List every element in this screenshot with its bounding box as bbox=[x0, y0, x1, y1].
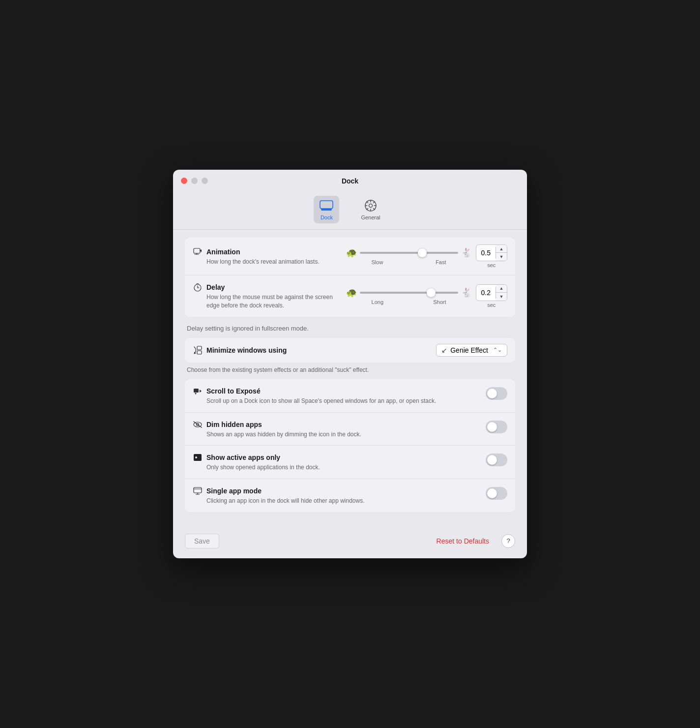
dim-hidden-desc: Shows an app was hidden by dimming the i… bbox=[206, 431, 361, 438]
delay-stepper-group: 0.2 ▲ ▼ sec bbox=[476, 284, 507, 308]
single-app-desc: Clicking an app icon in the dock will hi… bbox=[206, 497, 365, 504]
delay-stepper-box: 0.2 ▲ ▼ bbox=[476, 284, 507, 301]
active-only-icon bbox=[193, 453, 203, 462]
animation-stepper-box: 0.5 ▲ ▼ bbox=[476, 244, 507, 261]
animation-slider-container: 🐢 🐇 Slow Fast bbox=[346, 247, 472, 265]
genie-icon: ↙ bbox=[441, 346, 447, 354]
effect-select[interactable]: ↙ Genie Effect ⌃⌄ bbox=[436, 344, 507, 357]
maximize-button[interactable] bbox=[202, 178, 208, 184]
svg-rect-25 bbox=[194, 454, 202, 461]
tab-general[interactable]: General bbox=[355, 196, 386, 223]
toggle-section: Scroll to Exposé Scroll up on a Dock ico… bbox=[185, 379, 515, 512]
dim-hidden-icon bbox=[193, 420, 203, 429]
animation-row: Animation How long the dock's reveal ani… bbox=[185, 238, 515, 275]
animation-unit: sec bbox=[487, 262, 496, 268]
svg-line-9 bbox=[373, 209, 375, 210]
animation-fast-icon: 🐇 bbox=[461, 247, 472, 258]
delay-increment[interactable]: ▲ bbox=[496, 285, 507, 293]
dim-hidden-title-row: Dim hidden apps bbox=[193, 420, 486, 429]
svg-line-8 bbox=[367, 202, 368, 203]
delay-short-label: Short bbox=[433, 299, 446, 305]
save-button[interactable]: Save bbox=[185, 534, 219, 548]
dock-tab-label: Dock bbox=[321, 214, 333, 220]
dock-tab-icon bbox=[320, 199, 333, 212]
scroll-expose-desc: Scroll up on a Dock icon to show all Spa… bbox=[206, 397, 436, 404]
scroll-expose-icon bbox=[193, 386, 203, 396]
effect-chevron: ⌃⌄ bbox=[493, 347, 502, 353]
animation-slider-labels: Slow Fast bbox=[360, 259, 458, 265]
animation-slider[interactable] bbox=[360, 252, 458, 254]
minimize-left: Minimize windows using bbox=[193, 345, 287, 355]
toggle-row-active-only: Show active apps only Only show opened a… bbox=[185, 446, 515, 479]
active-only-title: Show active apps only bbox=[206, 454, 280, 461]
animation-stepper-buttons: ▲ ▼ bbox=[496, 245, 507, 261]
svg-rect-0 bbox=[320, 201, 333, 209]
animation-right: 🐢 🐇 Slow Fast 0.5 ▲ bbox=[346, 244, 507, 268]
delay-stepper-buttons: ▲ ▼ bbox=[496, 285, 507, 301]
animation-desc: How long the dock's reveal animation las… bbox=[206, 258, 346, 266]
delay-row: Delay How long the mouse must be against… bbox=[185, 275, 515, 317]
toggle-dim-hidden[interactable] bbox=[486, 421, 507, 433]
delay-decrement[interactable]: ▼ bbox=[496, 293, 507, 301]
active-only-desc: Only show opened applications in the doc… bbox=[206, 464, 320, 471]
svg-rect-27 bbox=[194, 487, 202, 493]
footer: Save Reset to Defaults ? bbox=[173, 528, 527, 548]
animation-decrement[interactable]: ▼ bbox=[496, 253, 507, 261]
reset-button[interactable]: Reset to Defaults bbox=[428, 534, 497, 548]
svg-rect-20 bbox=[194, 389, 199, 393]
svg-point-26 bbox=[195, 456, 197, 458]
delay-short-icon: 🐇 bbox=[461, 287, 472, 298]
animation-value: 0.5 bbox=[476, 247, 496, 259]
single-app-icon bbox=[193, 486, 203, 496]
close-button[interactable] bbox=[181, 178, 187, 184]
toggle-left-scroll-expose: Scroll to Exposé Scroll up on a Dock ico… bbox=[193, 386, 486, 405]
effect-label: Genie Effect bbox=[450, 346, 488, 354]
animation-title-row: Animation bbox=[193, 247, 346, 257]
toggle-single-app[interactable] bbox=[486, 487, 507, 500]
svg-rect-18 bbox=[197, 346, 202, 350]
animation-title: Animation bbox=[206, 248, 240, 256]
svg-point-3 bbox=[369, 204, 372, 208]
minimize-row: Minimize windows using ↙ Genie Effect ⌃⌄ bbox=[185, 338, 515, 363]
toggle-row-dim-hidden: Dim hidden apps Shows an app was hidden … bbox=[185, 413, 515, 446]
toggle-right-dim-hidden[interactable] bbox=[486, 420, 507, 433]
main-window: Dock Dock bbox=[173, 170, 527, 558]
toggle-active-only[interactable] bbox=[486, 454, 507, 466]
delay-value: 0.2 bbox=[476, 287, 496, 299]
delay-unit: sec bbox=[487, 302, 496, 308]
delay-slider-labels: Long Short bbox=[360, 299, 458, 305]
tab-dock[interactable]: Dock bbox=[314, 196, 339, 223]
scroll-expose-title-row: Scroll to Exposé bbox=[193, 386, 486, 396]
delay-slider-row: 🐢 🐇 bbox=[346, 287, 472, 298]
traffic-lights bbox=[181, 178, 208, 184]
delay-slider-container: 🐢 🐇 Long Short bbox=[346, 287, 472, 305]
animation-fast-label: Fast bbox=[436, 259, 446, 265]
animation-slider-row: 🐢 🐇 bbox=[346, 247, 472, 258]
dim-hidden-title: Dim hidden apps bbox=[206, 421, 262, 428]
toggle-left-active-only: Show active apps only Only show opened a… bbox=[193, 453, 486, 472]
delay-slider[interactable] bbox=[360, 292, 458, 294]
toggle-row-scroll-expose: Scroll to Exposé Scroll up on a Dock ico… bbox=[185, 379, 515, 413]
toggle-right-active-only[interactable] bbox=[486, 453, 507, 466]
general-tab-icon bbox=[364, 199, 378, 212]
toggle-scroll-expose[interactable] bbox=[486, 387, 507, 400]
delay-long-label: Long bbox=[372, 299, 383, 305]
toggle-right-scroll-expose[interactable] bbox=[486, 386, 507, 400]
animation-increment[interactable]: ▲ bbox=[496, 245, 507, 253]
minimize-icon bbox=[193, 345, 203, 355]
toggle-left-dim-hidden: Dim hidden apps Shows an app was hidden … bbox=[193, 420, 486, 439]
minimize-button[interactable] bbox=[191, 178, 198, 184]
delay-title-row: Delay bbox=[193, 282, 346, 292]
single-app-title: Single app mode bbox=[206, 487, 262, 495]
general-tab-label: General bbox=[361, 214, 380, 220]
svg-line-10 bbox=[373, 202, 375, 203]
animation-stepper-group: 0.5 ▲ ▼ sec bbox=[476, 244, 507, 268]
toggle-right-single-app[interactable] bbox=[486, 486, 507, 500]
title-bar: Dock bbox=[173, 170, 527, 184]
animation-left: Animation How long the dock's reveal ani… bbox=[193, 247, 346, 266]
svg-point-21 bbox=[195, 393, 197, 394]
help-button[interactable]: ? bbox=[501, 534, 515, 548]
svg-rect-19 bbox=[197, 351, 202, 354]
delay-desc: How long the mouse must be against the s… bbox=[206, 293, 346, 310]
svg-rect-12 bbox=[194, 248, 200, 253]
